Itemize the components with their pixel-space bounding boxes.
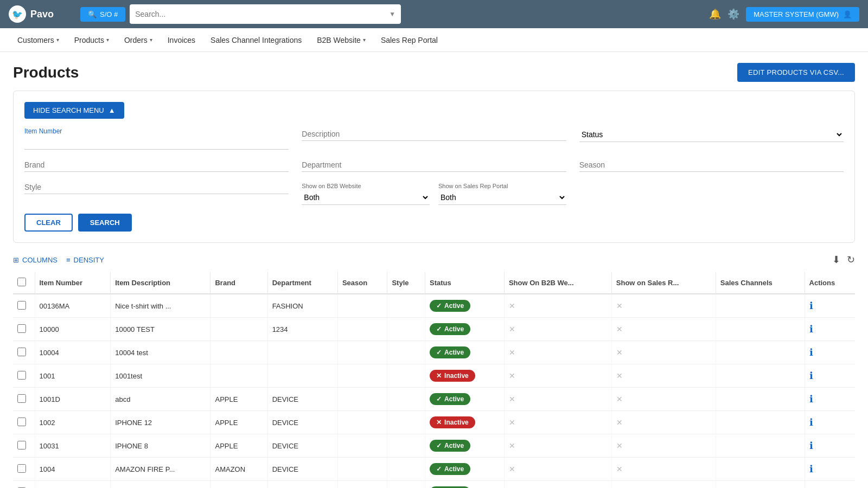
hide-search-button[interactable]: HIDE SEARCH MENU ▲ (24, 102, 124, 119)
status-icon: ✓ (436, 465, 442, 473)
cell-item-number: 00136MA (35, 294, 111, 318)
settings-icon[interactable]: ⚙️ (727, 8, 739, 20)
search-dropdown-arrow[interactable]: ▼ (389, 10, 395, 18)
nav-orders[interactable]: Orders ▾ (118, 31, 159, 49)
notification-icon[interactable]: 🔔 (709, 8, 721, 20)
columns-icon: ⊞ (13, 256, 19, 264)
page-title: Products (13, 64, 79, 81)
col-show-sales: Show on Sales R... (611, 272, 716, 294)
row-checkbox[interactable] (17, 394, 26, 403)
cell-brand: APPLE (210, 411, 267, 434)
refresh-button[interactable]: ↻ (847, 254, 855, 266)
description-input[interactable] (302, 127, 566, 141)
style-input[interactable] (24, 181, 289, 194)
cell-department: DEVICE (267, 434, 337, 458)
edit-csv-button[interactable]: EDIT PRODUCTS VIA CSV... (737, 63, 855, 82)
season-input[interactable] (579, 158, 844, 172)
info-icon[interactable]: ℹ (809, 300, 813, 311)
status-select[interactable]: Status Active Inactive (579, 127, 844, 142)
nav-customers[interactable]: Customers ▾ (11, 31, 66, 49)
department-field (302, 158, 566, 172)
cell-department: DEVICE (267, 481, 337, 489)
x-mark-icon: ✕ (509, 325, 515, 333)
status-icon: ✓ (436, 395, 442, 403)
style-field (24, 181, 289, 205)
search-button[interactable]: SEARCH (78, 214, 132, 232)
row-checkbox-cell (13, 388, 35, 411)
select-all-checkbox[interactable] (17, 278, 26, 286)
table-row: 1002 IPHONE 12 APPLE DEVICE ✕ Inactive ✕… (13, 411, 855, 434)
nav-b2b-website[interactable]: B2B Website ▾ (310, 31, 372, 49)
cell-show-b2b: ✕ (504, 481, 611, 489)
cell-season (337, 481, 387, 489)
top-bar-icons: 🔔 ⚙️ MASTER SYSTEM (GMW) 👤 (709, 7, 859, 22)
nav-sales-rep[interactable]: Sales Rep Portal (374, 31, 444, 49)
x-mark-icon: ✕ (509, 395, 515, 403)
cell-actions: ℹ (805, 388, 855, 411)
table-row: 00136MA Nice t-shirt with ... FASHION ✓ … (13, 294, 855, 318)
nav-products[interactable]: Products ▾ (68, 31, 116, 49)
search-actions: CLEAR SEARCH (24, 214, 844, 232)
cell-sales-channels (716, 481, 805, 489)
row-checkbox[interactable] (17, 371, 26, 380)
cell-description: 10004 test (111, 341, 210, 364)
item-number-input[interactable] (24, 136, 289, 150)
info-icon[interactable]: ℹ (809, 464, 813, 474)
cell-department: FASHION (267, 294, 337, 318)
cell-sales-channels (716, 318, 805, 341)
row-checkbox[interactable] (17, 324, 26, 333)
info-icon[interactable]: ℹ (809, 347, 813, 358)
department-input[interactable] (302, 158, 566, 172)
cell-status: ✓ Active (425, 294, 505, 318)
user-icon: 👤 (843, 10, 852, 18)
cell-status: ✓ Active (425, 434, 505, 458)
item-number-label: Item Number (24, 127, 289, 135)
x-mark-icon: ✕ (509, 418, 515, 427)
download-button[interactable]: ⬇ (832, 254, 840, 266)
cell-style (387, 434, 425, 458)
info-icon[interactable]: ℹ (809, 417, 813, 428)
cell-show-b2b: ✕ (504, 411, 611, 434)
row-checkbox[interactable] (17, 464, 26, 473)
cell-status: ✕ Inactive (425, 364, 505, 388)
info-icon[interactable]: ℹ (809, 440, 813, 451)
info-icon[interactable]: ℹ (809, 370, 813, 381)
row-checkbox[interactable] (17, 301, 26, 310)
columns-button[interactable]: ⊞ COLUMNS (13, 256, 58, 264)
global-search-wrap: ▼ (130, 4, 401, 24)
cell-style (387, 318, 425, 341)
status-badge: ✓ Active (430, 393, 470, 405)
cell-show-b2b: ✕ (504, 294, 611, 318)
brand-input[interactable] (24, 158, 289, 172)
row-checkbox[interactable] (17, 418, 26, 426)
x-mark-icon: ✕ (509, 348, 515, 357)
nav-invoices[interactable]: Invoices (161, 31, 202, 49)
products-arrow-icon: ▾ (106, 37, 109, 43)
show-sales-rep-select[interactable]: Both Yes No (438, 190, 566, 205)
cell-show-sales: ✕ (611, 364, 716, 388)
info-icon[interactable]: ℹ (809, 394, 813, 404)
cell-status: ✕ Inactive (425, 411, 505, 434)
show-b2b-select[interactable]: Both Yes No (302, 190, 430, 205)
nav-sales-channel[interactable]: Sales Channel Integrations (204, 31, 308, 49)
item-number-field: Item Number (24, 127, 289, 150)
x-mark-icon: ✕ (616, 371, 623, 380)
master-system-button[interactable]: MASTER SYSTEM (GMW) 👤 (746, 7, 859, 22)
so-button[interactable]: 🔍 S/O # (80, 7, 125, 22)
cell-actions: ℹ (805, 481, 855, 489)
cell-show-b2b: ✕ (504, 364, 611, 388)
row-checkbox[interactable] (17, 441, 26, 450)
cell-season (337, 434, 387, 458)
density-button[interactable]: ≡ DENSITY (66, 256, 104, 264)
cell-item-number: 1002 (35, 411, 111, 434)
cell-season (337, 388, 387, 411)
global-search-input[interactable] (135, 10, 389, 18)
x-mark-icon: ✕ (509, 441, 515, 450)
cell-sales-channels (716, 434, 805, 458)
cell-season (337, 458, 387, 481)
info-icon[interactable]: ℹ (809, 324, 813, 335)
clear-button[interactable]: CLEAR (24, 214, 73, 232)
row-checkbox[interactable] (17, 348, 26, 356)
cell-style (387, 388, 425, 411)
description-field (302, 127, 566, 150)
